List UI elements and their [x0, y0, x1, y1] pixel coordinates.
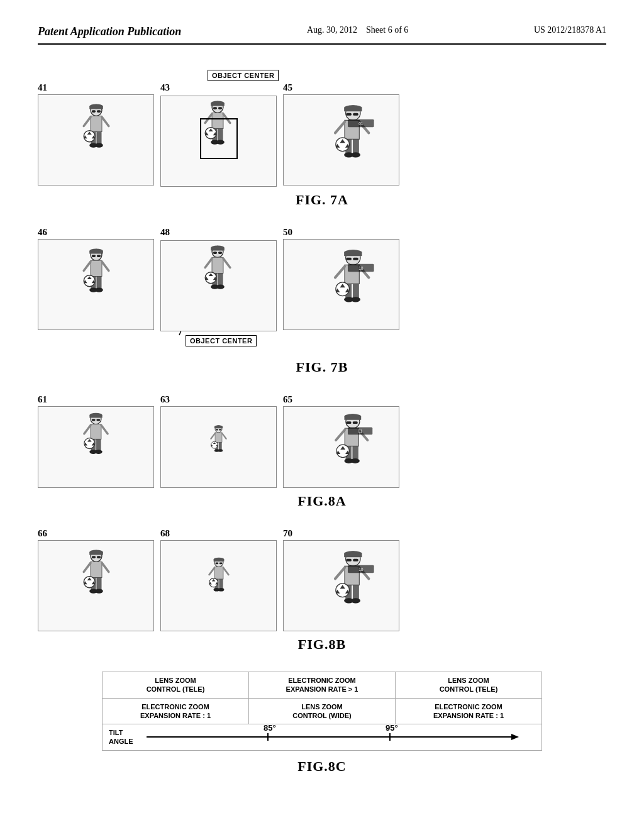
panel-46-box: [38, 239, 154, 330]
svg-rect-135: [344, 416, 361, 420]
panel-41: 41: [38, 82, 154, 185]
svg-rect-9: [96, 131, 101, 144]
svg-rect-75: [218, 274, 223, 286]
fig8c-table: LENS ZOOM CONTROL (TELE) ELECTRONIC ZOOM…: [102, 672, 542, 751]
fig8b-section: 66: [38, 528, 606, 653]
svg-text:95°: 95°: [386, 723, 398, 733]
svg-rect-106: [91, 424, 101, 440]
panel-61: 61: [38, 394, 154, 488]
svg-rect-86: [346, 257, 351, 260]
svg-rect-121: [219, 429, 221, 430]
tilt-angle-label: TILT ANGLE: [109, 728, 147, 746]
svg-line-89: [335, 266, 345, 277]
svg-point-61: [95, 287, 103, 292]
player-figure-63: [201, 424, 236, 471]
panel-66: 66: [38, 528, 154, 631]
player-figure-45: 01: [316, 102, 379, 178]
svg-rect-52: [89, 251, 103, 254]
panel-43-box: [160, 96, 277, 187]
panel-65-box: 01: [283, 406, 399, 488]
svg-rect-104: [92, 419, 96, 421]
svg-rect-137: [352, 421, 357, 424]
svg-rect-142: [352, 446, 358, 460]
panel-63-box: [160, 406, 277, 488]
fig8c-bottom-row: ELECTRONIC ZOOM EXPANSION RATE : 1 LENS …: [103, 699, 541, 725]
svg-rect-156: [91, 562, 102, 577]
player-figure-70: 10: [316, 548, 379, 624]
fig7a-section: OBJECT CENTER 41: [38, 70, 606, 208]
fig8c-top-row: LENS ZOOM CONTROL (TELE) ELECTRONIC ZOOM…: [103, 672, 541, 699]
svg-rect-171: [219, 562, 222, 564]
player-figure-41: [68, 102, 125, 178]
svg-rect-185: [344, 553, 362, 557]
svg-rect-70: [218, 252, 222, 254]
svg-rect-170: [215, 562, 218, 564]
fig8c-cell-top-left: LENS ZOOM CONTROL (TELE): [103, 672, 249, 698]
panel-68: 68: [160, 528, 277, 631]
svg-line-124: [222, 433, 226, 438]
angle-arrow-svg: 85° 95°: [147, 731, 535, 743]
panel-48-box: [160, 240, 277, 331]
svg-point-77: [216, 285, 225, 289]
panel-70-box: 10: [283, 540, 399, 631]
svg-rect-18: [211, 103, 225, 106]
svg-rect-172: [214, 567, 223, 579]
svg-rect-176: [219, 579, 223, 589]
fig8b-label: FIG.8B: [38, 636, 606, 653]
fig8c-cell-bottom-right: ELECTRONIC ZOOM EXPANSION RATE : 1: [396, 699, 541, 724]
svg-rect-103: [89, 415, 102, 418]
svg-point-162: [95, 589, 103, 593]
svg-rect-68: [211, 248, 225, 251]
svg-rect-136: [346, 421, 351, 424]
svg-rect-187: [353, 558, 358, 561]
fig8c-label: FIG.8C: [38, 758, 606, 775]
svg-point-178: [218, 588, 224, 592]
fig7b-panels: 46: [38, 227, 606, 354]
svg-rect-34: [344, 108, 362, 111]
panel-65: 65: [283, 394, 399, 488]
svg-rect-55: [91, 260, 102, 276]
svg-line-38: [335, 121, 345, 133]
fig8c-section: LENS ZOOM CONTROL (TELE) ELECTRONIC ZOOM…: [38, 672, 606, 775]
svg-rect-5: [91, 116, 102, 131]
svg-line-123: [211, 433, 215, 438]
svg-line-6: [84, 117, 91, 126]
svg-rect-20: [218, 107, 222, 109]
svg-rect-154: [91, 556, 95, 558]
svg-rect-160: [96, 577, 101, 590]
svg-rect-120: [216, 429, 218, 430]
svg-point-144: [350, 458, 359, 463]
player-figure-50: 10: [316, 247, 379, 323]
fig8c-angle-row: TILT ANGLE 85° 95°: [103, 724, 541, 750]
svg-line-189: [335, 567, 345, 578]
svg-rect-105: [96, 419, 100, 421]
svg-rect-35: [346, 113, 351, 115]
page: Patent Application Publication Aug. 30, …: [0, 0, 644, 830]
svg-rect-19: [213, 107, 217, 109]
svg-rect-169: [213, 560, 224, 562]
svg-text:10: 10: [358, 265, 364, 270]
svg-rect-54: [96, 255, 100, 257]
fig7a-panels: 41: [38, 82, 606, 187]
svg-line-57: [102, 262, 109, 270]
fig8b-panels: 66: [38, 528, 606, 631]
panel-50: 50: [283, 227, 399, 330]
player-figure-61: [69, 412, 123, 482]
svg-line-72: [205, 258, 212, 267]
patent-number: US 2012/218378 A1: [534, 25, 606, 35]
fig8a-label: FIG.8A: [38, 493, 606, 509]
svg-rect-4: [96, 110, 100, 113]
fig7b-label: FIG. 7B: [38, 359, 606, 375]
svg-line-139: [336, 430, 345, 441]
svg-line-158: [102, 563, 109, 572]
svg-point-194: [351, 598, 360, 603]
panel-46: 46: [38, 227, 154, 330]
object-center-label-7a: OBJECT CENTER: [208, 70, 279, 81]
svg-rect-85: [344, 252, 362, 256]
player-figure-46: [68, 247, 125, 323]
panel-45-box: 01: [283, 94, 399, 185]
svg-rect-3: [91, 110, 95, 113]
svg-rect-119: [214, 426, 223, 428]
svg-rect-36: [353, 113, 358, 115]
panel-63: 63: [160, 394, 277, 488]
